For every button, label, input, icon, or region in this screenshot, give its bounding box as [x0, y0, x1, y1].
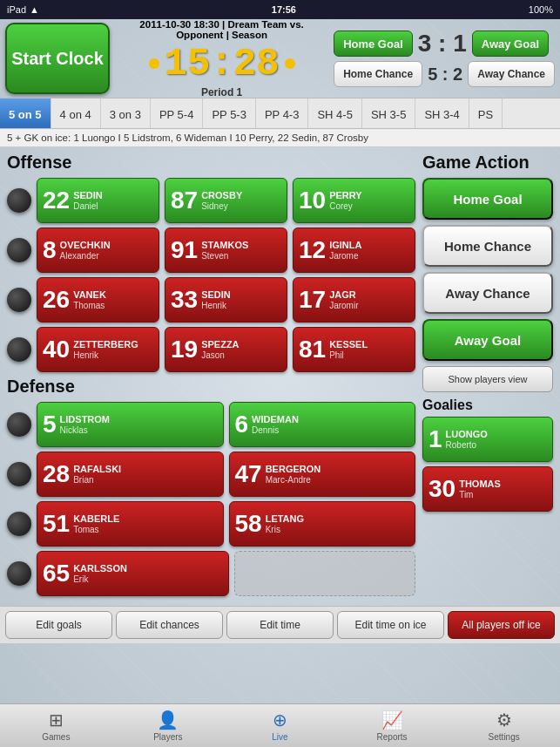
nav-item-players[interactable]: 👤Players — [112, 704, 225, 747]
edit-time-button[interactable]: Edit time — [226, 611, 334, 639]
main-area: Start Clock 2011-10-30 18:30 | Dream Tea… — [0, 19, 560, 703]
away-chance-button[interactable]: Away Chance — [468, 61, 555, 87]
defense-row-3: 65KARLSSONErik — [7, 551, 415, 596]
tab-pp-4-3[interactable]: PP 4-3 — [256, 98, 309, 129]
game-action-home-goal[interactable]: Home Goal — [422, 178, 553, 220]
clock-display: 15:28 — [165, 42, 280, 85]
defense-puck — [7, 561, 31, 586]
player-btn-51[interactable]: 51KABERLETomas — [37, 501, 224, 547]
player-puck — [7, 288, 31, 312]
goalies-title: Goalies — [422, 397, 553, 413]
player-btn-6[interactable]: 6WIDEMANDennis — [229, 402, 416, 447]
player-btn-17[interactable]: 17JAGRJaromir — [293, 277, 415, 323]
nav-icon-settings: ⚙ — [496, 710, 512, 730]
away-goal-button[interactable]: Away Goal — [472, 31, 549, 57]
top-bar: Start Clock 2011-10-30 18:30 | Dream Tea… — [0, 19, 560, 98]
player-btn-1[interactable]: 1LUONGORoberto — [422, 417, 553, 462]
player-btn-12[interactable]: 12IGINLAJarome — [293, 227, 415, 273]
tab-pp-5-3[interactable]: PP 5-3 — [203, 98, 256, 129]
content-area: Offense 22SEDINDaniel87CROSBYSidney10PER… — [0, 147, 560, 606]
home-goal-button[interactable]: Home Goal — [334, 31, 413, 57]
nav-item-settings[interactable]: ⚙Settings — [448, 704, 560, 747]
tab-5-on-5[interactable]: 5 on 5 — [0, 98, 51, 129]
game-action-title: Game Action — [422, 153, 553, 173]
game-action-away-chance[interactable]: Away Chance — [422, 272, 553, 314]
tab-sh-3-4[interactable]: SH 3-4 — [415, 98, 469, 129]
bottom-goals-row: Home Chance 5 : 2 Away Chance — [334, 61, 555, 87]
player-btn-28[interactable]: 28RAFALSKIBrian — [37, 452, 224, 497]
player-btn-87[interactable]: 87CROSBYSidney — [165, 178, 287, 223]
nav-label-games: Games — [42, 732, 70, 742]
edit-time-on-ice-button[interactable]: Edit time on ice — [337, 611, 444, 639]
game-action-buttons: Home GoalHome ChanceAway ChanceAway Goal — [422, 178, 553, 361]
defense-rows: 5LIDSTROMNicklas6WIDEMANDennis28RAFALSKI… — [7, 402, 415, 596]
goalies-list: 1LUONGORoberto30THOMASTim — [422, 417, 553, 512]
all-players-off-button[interactable]: All players off ice — [448, 611, 555, 639]
tab-3-on-3[interactable]: 3 on 3 — [101, 98, 151, 129]
offense-row-2: 26VANEKThomas33SEDINHenrik17JAGRJaromir — [7, 277, 415, 323]
nav-icon-players: 👤 — [157, 710, 179, 730]
top-goals-row: Home Goal 3 : 1 Away Goal — [334, 30, 555, 58]
defense-section: Defense 5LIDSTROMNicklas6WIDEMANDennis28… — [7, 377, 415, 596]
wifi-icon: ▲ — [30, 4, 39, 15]
show-players-button[interactable]: Show players view — [422, 366, 553, 392]
goalies-section: Goalies 1LUONGORoberto30THOMASTim — [422, 397, 553, 512]
player-btn-91[interactable]: 91STAMKOSSteven — [165, 227, 287, 273]
left-panel: Offense 22SEDINDaniel87CROSBYSidney10PER… — [7, 153, 415, 601]
defense-row-0: 5LIDSTROMNicklas6WIDEMANDennis — [7, 402, 415, 447]
empty-slot — [234, 551, 416, 596]
bottom-toolbar: Edit goals Edit chances Edit time Edit t… — [0, 606, 560, 643]
start-clock-button[interactable]: Start Clock — [5, 23, 110, 94]
nav-label-reports: Reports — [377, 732, 408, 742]
offense-title: Offense — [7, 153, 415, 173]
score-display: 3 : 1 — [418, 30, 467, 58]
status-right: 100% — [529, 4, 553, 15]
edit-chances-button[interactable]: Edit chances — [116, 611, 223, 639]
game-action-away-goal[interactable]: Away Goal — [422, 319, 553, 361]
nav-icon-games: ⊞ — [49, 710, 64, 730]
player-btn-81[interactable]: 81KESSELPhil — [293, 327, 415, 372]
player-btn-26[interactable]: 26VANEKThomas — [37, 277, 159, 323]
nav-item-games[interactable]: ⊞Games — [0, 704, 112, 747]
nav-item-live[interactable]: ⊕Live — [224, 704, 336, 747]
player-btn-47[interactable]: 47BERGERONMarc-Andre — [229, 452, 416, 497]
nav-label-settings: Settings — [489, 732, 520, 742]
defense-row-1: 28RAFALSKIBrian47BERGERONMarc-Andre — [7, 452, 415, 497]
right-panel: Game Action Home GoalHome ChanceAway Cha… — [422, 153, 553, 601]
player-btn-22[interactable]: 22SEDINDaniel — [37, 178, 159, 223]
right-dot — [285, 58, 295, 69]
edit-goals-button[interactable]: Edit goals — [5, 611, 112, 639]
status-time: 17:56 — [272, 4, 296, 15]
tab-sh-3-5[interactable]: SH 3-5 — [362, 98, 415, 129]
tab-sh-4-5[interactable]: SH 4-5 — [308, 98, 361, 129]
player-btn-65[interactable]: 65KARLSSONErik — [37, 551, 229, 596]
defense-puck — [7, 412, 31, 437]
game-info: 2011-10-30 18:30 | Dream Team vs. Oppone… — [115, 19, 328, 40]
bottom-nav: ⊞Games👤Players⊕Live📈Reports⚙Settings — [0, 703, 560, 747]
game-action-home-chance[interactable]: Home Chance — [422, 225, 553, 267]
player-btn-10[interactable]: 10PERRYCorey — [293, 178, 415, 223]
player-btn-33[interactable]: 33SEDINHenrik — [165, 277, 287, 323]
player-btn-30[interactable]: 30THOMASTim — [422, 466, 553, 512]
chances-score: 5 : 2 — [428, 65, 462, 85]
player-puck — [7, 337, 31, 362]
nav-icon-reports: 📈 — [381, 710, 403, 730]
tab-ps[interactable]: PS — [469, 98, 503, 129]
player-btn-40[interactable]: 40ZETTERBERGHenrik — [37, 327, 159, 372]
player-btn-58[interactable]: 58LETANGKris — [229, 501, 416, 547]
status-bar: iPad ▲ 17:56 100% — [0, 0, 560, 19]
player-btn-19[interactable]: 19SPEZZAJason — [165, 327, 287, 372]
player-btn-8[interactable]: 8OVECHKINAlexander — [37, 227, 159, 273]
offense-row-3: 40ZETTERBERGHenrik19SPEZZAJason81KESSELP… — [7, 327, 415, 372]
offense-row-1: 8OVECHKINAlexander91STAMKOSSteven12IGINL… — [7, 227, 415, 273]
on-ice-info: 5 + GK on ice: 1 Luongo I 5 Lidstrom, 6 … — [0, 129, 560, 147]
home-chance-button[interactable]: Home Chance — [334, 61, 422, 87]
offense-section: Offense 22SEDINDaniel87CROSBYSidney10PER… — [7, 153, 415, 372]
defense-puck — [7, 512, 31, 536]
player-btn-5[interactable]: 5LIDSTROMNicklas — [37, 402, 224, 447]
tab-pp-5-4[interactable]: PP 5-4 — [151, 98, 204, 129]
period-label: Period 1 — [201, 86, 242, 98]
nav-item-reports[interactable]: 📈Reports — [336, 704, 449, 747]
battery-label: 100% — [529, 4, 553, 15]
tab-4-on-4[interactable]: 4 on 4 — [51, 98, 101, 129]
